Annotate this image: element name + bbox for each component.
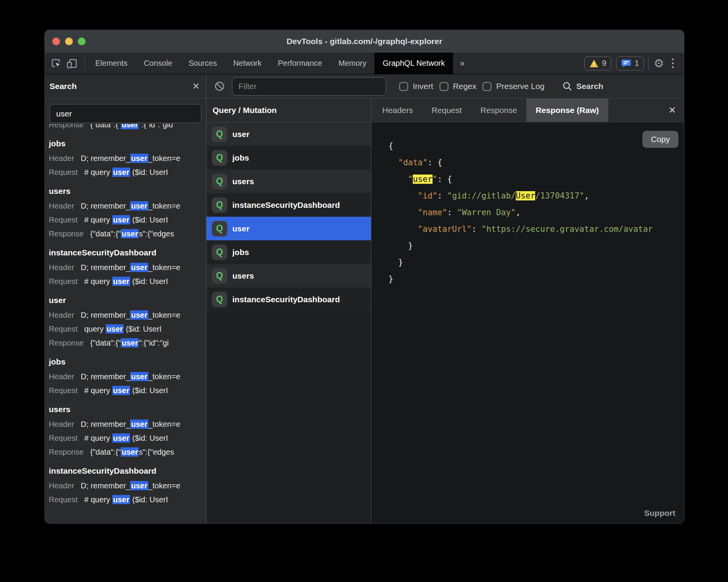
checkbox-preserve-log[interactable]: Preserve Log [482, 82, 544, 91]
query-row[interactable]: Qusers [206, 264, 371, 288]
result-text: _token=e [148, 263, 180, 272]
settings-gear-icon[interactable]: ⚙ [654, 58, 664, 69]
query-row[interactable]: Qjobs [206, 240, 371, 264]
search-result-line[interactable]: Request# query user ($id: UserI [49, 274, 206, 288]
tab-sources[interactable]: Sources [180, 53, 225, 74]
search-result-group-title[interactable]: users [49, 183, 206, 199]
json-token: , [584, 191, 589, 200]
window-title: DevTools - gitlab.com/-/graphql-explorer [45, 37, 684, 46]
search-result-group-title[interactable]: users [49, 402, 206, 417]
search-result-line[interactable]: Requestquery user ($id: UserI [49, 322, 206, 336]
json-line: } [388, 271, 684, 288]
json-token [388, 158, 398, 167]
filter-input[interactable] [232, 77, 386, 96]
query-row[interactable]: Quser [206, 217, 371, 240]
issues-badge[interactable]: 1 [616, 56, 644, 70]
search-result-line[interactable]: Request# query user ($id: UserI [49, 383, 206, 397]
search-result-group-title[interactable]: jobs [49, 354, 206, 370]
result-text: # query [84, 495, 112, 504]
search-result-line[interactable]: Request# query user ($id: UserI [49, 431, 206, 445]
query-row[interactable]: Qusers [206, 169, 371, 193]
clear-icon[interactable] [214, 81, 225, 92]
search-result-line[interactable]: HeaderD; remember_user_token=e [49, 260, 206, 274]
search-result-group: usersHeaderD; remember_user_token=eReque… [49, 183, 206, 241]
search-result-group-title[interactable]: jobs [49, 136, 206, 151]
json-token: "https://secure.gravatar.com/avatar [481, 224, 653, 234]
query-type-badge: Q [212, 197, 227, 213]
search-input[interactable] [50, 104, 201, 123]
result-text: ($id: UserI [130, 216, 168, 224]
copy-button[interactable]: Copy [642, 131, 678, 148]
result-text: _token=e [148, 481, 180, 490]
search-match-highlight: user [112, 433, 130, 443]
checkbox-regex[interactable]: Regex [440, 82, 477, 91]
more-options-kebab-icon[interactable] [669, 58, 677, 68]
query-row[interactable]: QinstanceSecurityDashboard [206, 288, 371, 311]
tab-performance[interactable]: Performance [270, 53, 331, 74]
json-token [388, 208, 418, 217]
detail-tab-response[interactable]: Response [471, 99, 527, 122]
support-link[interactable]: Support [644, 508, 675, 518]
json-token: " [433, 175, 438, 184]
search-result-line[interactable]: Response{"data":{"user":{"id":"gi [49, 336, 206, 350]
checkbox-box[interactable] [399, 82, 408, 91]
query-row[interactable]: QinstanceSecurityDashboard [206, 193, 371, 217]
search-result-group-title[interactable]: instanceSecurityDashboard [49, 245, 206, 260]
tab-graphql-network[interactable]: GraphQL Network [374, 53, 453, 74]
search-result-line[interactable]: HeaderD; remember_user_token=e [49, 479, 206, 493]
query-row[interactable]: Qjobs [206, 146, 371, 169]
json-token: } [388, 274, 393, 284]
search-result-line[interactable]: HeaderD; remember_user_token=e [49, 417, 206, 431]
search-result-line[interactable]: HeaderD; remember_user_token=e [49, 151, 206, 165]
search-icon [562, 81, 572, 91]
close-search-panel-icon[interactable]: ✕ [192, 81, 200, 92]
search-result-line[interactable]: HeaderD; remember_user_token=e [49, 199, 206, 213]
detail-tab-headers[interactable]: Headers [373, 99, 422, 122]
search-result-group-title[interactable]: instanceSecurityDashboard [49, 463, 206, 479]
detail-tab-response-raw-[interactable]: Response (Raw) [526, 99, 608, 122]
checkbox-invert[interactable]: Invert [399, 82, 433, 91]
search-result-line[interactable]: Request# query user ($id: UserI [49, 213, 206, 227]
search-result-line[interactable]: HeaderD; remember_user_token=e [49, 308, 206, 322]
checkbox-label: Regex [453, 82, 477, 91]
result-line-label: Request [49, 168, 78, 176]
more-tabs-chevron-icon[interactable]: » [453, 53, 472, 74]
filterbar-search[interactable]: Search [562, 81, 603, 91]
json-line: "data": { [388, 154, 684, 171]
titlebar: DevTools - gitlab.com/-/graphql-explorer [45, 30, 684, 53]
result-text: _token=e [148, 154, 180, 163]
tab-memory[interactable]: Memory [330, 53, 374, 74]
search-match-highlight: User [516, 191, 536, 200]
search-match-highlight: user [121, 124, 139, 129]
search-result-line[interactable]: Response{"data":{"users":{"edges [49, 445, 206, 459]
search-result-line[interactable]: Response{"data":{"users":{"edges [49, 227, 206, 241]
result-text: ($id: UserI [130, 434, 168, 442]
result-text: s":{"edges [139, 448, 174, 456]
search-result-line[interactable]: Response{"data":{"user":{"id":"gid [49, 124, 206, 132]
query-row-label: instanceSecurityDashboard [232, 295, 340, 304]
result-text: query [84, 325, 106, 333]
tab-console[interactable]: Console [136, 53, 180, 74]
search-result-line[interactable]: Request# query user ($id: UserI [49, 493, 206, 507]
search-match-highlight: user [130, 154, 148, 163]
detail-tab-request[interactable]: Request [422, 99, 471, 122]
close-detail-panel-icon[interactable]: ✕ [661, 99, 684, 122]
query-type-badge: Q [212, 174, 227, 189]
inspect-element-icon[interactable] [50, 58, 62, 69]
query-row[interactable]: Quser [206, 122, 371, 146]
json-content: { "data": { "user": { "id": "gid://gitla… [371, 122, 684, 288]
toggle-device-toolbar-icon[interactable] [66, 58, 78, 69]
search-match-highlight: user [112, 277, 130, 286]
search-result-line[interactable]: HeaderD; remember_user_token=e [49, 370, 206, 383]
checkbox-box[interactable] [440, 82, 448, 91]
search-result-group-title[interactable]: user [49, 293, 206, 308]
tab-elements[interactable]: Elements [87, 53, 136, 74]
tab-network[interactable]: Network [225, 53, 270, 74]
search-match-highlight: user [112, 386, 130, 395]
result-line-label: Header [49, 420, 74, 428]
checkbox-box[interactable] [482, 82, 491, 91]
warnings-badge[interactable]: 9 [584, 56, 611, 70]
json-token [388, 191, 418, 200]
result-line-label: Header [49, 481, 74, 490]
search-result-line[interactable]: Request# query user ($id: UserI [49, 165, 206, 179]
